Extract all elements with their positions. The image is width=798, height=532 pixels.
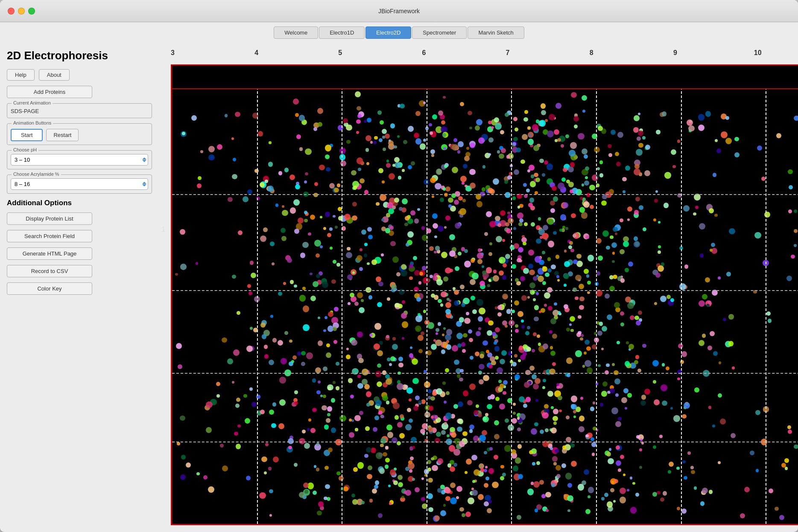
protein-dot[interactable] [449,250,456,257]
protein-dot[interactable] [307,428,310,431]
protein-dot[interactable] [420,143,426,149]
protein-dot[interactable] [553,231,557,235]
protein-dot[interactable] [366,447,371,453]
protein-dot[interactable] [694,486,697,490]
protein-dot[interactable] [464,318,471,324]
protein-dot[interactable] [430,131,433,134]
protein-dot[interactable] [360,178,365,183]
protein-dot[interactable] [327,413,330,416]
protein-dot[interactable] [216,382,220,386]
protein-dot[interactable] [601,348,604,350]
protein-dot[interactable] [237,311,240,315]
protein-dot[interactable] [410,346,412,349]
protein-dot[interactable] [573,259,578,264]
protein-dot[interactable] [279,399,286,406]
protein-dot[interactable] [289,340,292,343]
protein-dot[interactable] [388,485,391,488]
protein-dot[interactable] [756,469,759,472]
protein-dot[interactable] [427,460,432,465]
protein-dot[interactable] [552,456,558,462]
protein-dot[interactable] [377,381,382,387]
protein-dot[interactable] [386,378,392,385]
protein-dot[interactable] [521,320,524,323]
protein-dot[interactable] [357,255,363,262]
protein-dot[interactable] [304,490,308,493]
protein-dot[interactable] [323,227,326,230]
protein-dot[interactable] [329,227,333,231]
protein-dot[interactable] [553,196,558,202]
protein-dot[interactable] [602,230,609,237]
protein-dot[interactable] [435,246,440,250]
protein-dot[interactable] [386,163,391,168]
protein-dot[interactable] [373,141,377,144]
protein-dot[interactable] [379,341,383,344]
protein-dot[interactable] [326,343,330,347]
ph-select[interactable]: 3 – 10 4 – 7 5 – 8 [11,154,148,166]
protein-dot[interactable] [343,486,348,491]
minimize-button[interactable] [18,8,25,15]
protein-dot[interactable] [621,397,628,404]
protein-dot[interactable] [673,415,680,422]
protein-dot[interactable] [610,235,613,239]
protein-dot[interactable] [390,241,395,246]
protein-dot[interactable] [590,437,594,441]
protein-dot[interactable] [354,302,359,306]
protein-dot[interactable] [387,432,393,438]
protein-dot[interactable] [432,465,438,471]
protein-dot[interactable] [460,176,467,182]
protein-dot[interactable] [272,338,277,343]
protein-dot[interactable] [406,243,409,247]
protein-dot[interactable] [602,195,607,199]
protein-dot[interactable] [298,218,304,224]
protein-dot[interactable] [441,430,446,435]
protein-dot[interactable] [601,391,607,397]
protein-dot[interactable] [617,341,620,345]
protein-dot[interactable] [373,427,377,432]
protein-dot[interactable] [518,359,521,362]
protein-dot[interactable] [385,458,390,462]
protein-dot[interactable] [606,363,610,367]
protein-dot[interactable] [402,198,408,204]
protein-dot[interactable] [567,373,570,377]
protein-dot[interactable] [368,235,373,239]
protein-dot[interactable] [323,366,327,371]
protein-dot[interactable] [702,488,708,494]
protein-dot[interactable] [452,167,458,173]
protein-dot[interactable] [655,190,658,193]
protein-dot[interactable] [269,514,272,517]
protein-dot[interactable] [544,292,550,299]
protein-dot[interactable] [464,156,470,161]
protein-dot[interactable] [728,341,734,346]
protein-dot[interactable] [645,145,650,150]
protein-dot[interactable] [438,226,444,232]
protein-dot[interactable] [776,133,781,138]
protein-dot[interactable] [478,413,482,418]
protein-dot[interactable] [275,203,278,206]
protein-dot[interactable] [718,393,722,398]
protein-dot[interactable] [495,327,500,332]
protein-dot[interactable] [499,257,505,263]
protein-dot[interactable] [723,318,726,321]
protein-dot[interactable] [269,410,274,415]
protein-dot[interactable] [638,131,643,136]
protein-dot[interactable] [539,159,544,163]
protein-dot[interactable] [552,416,558,422]
protein-dot[interactable] [303,305,310,312]
protein-dot[interactable] [570,142,577,149]
protein-dot[interactable] [378,282,383,287]
protein-dot[interactable] [392,344,398,350]
protein-dot[interactable] [312,378,316,383]
protein-dot[interactable] [375,371,381,377]
protein-dot[interactable] [273,456,279,462]
protein-dot[interactable] [178,364,182,369]
protein-dot[interactable] [542,412,549,419]
protein-dot[interactable] [389,363,392,366]
tab-electro2d[interactable]: Electro2D [365,26,411,39]
protein-dot[interactable] [284,331,288,335]
protein-dot[interactable] [634,115,640,121]
protein-dot[interactable] [365,135,371,141]
protein-dot[interactable] [375,480,379,485]
protein-dot[interactable] [405,216,409,221]
protein-dot[interactable] [270,241,275,246]
protein-dot[interactable] [587,281,591,285]
